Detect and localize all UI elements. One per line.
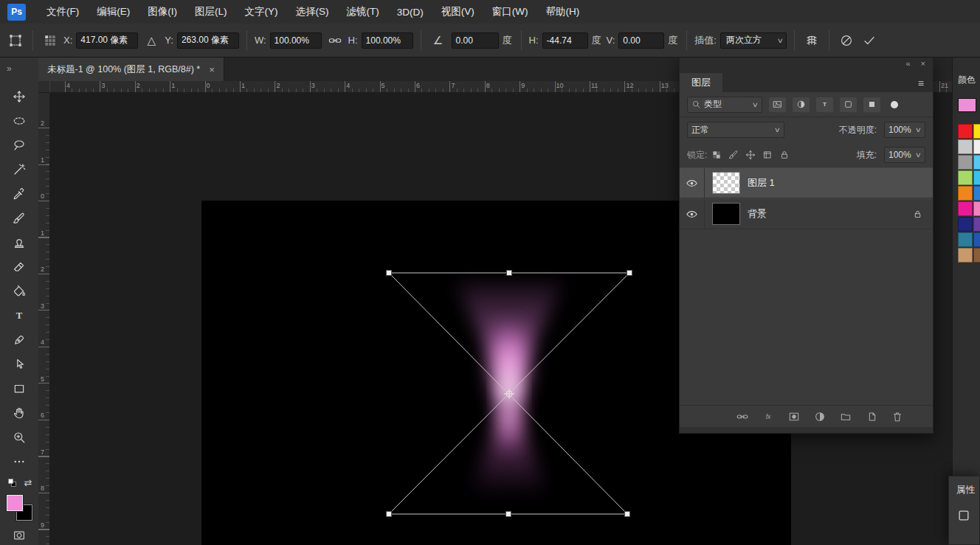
y-input[interactable]: 263.00 像素 xyxy=(177,32,239,49)
filter-adjustment-layers-button[interactable] xyxy=(793,97,810,112)
relative-position-toggle[interactable]: △ xyxy=(142,31,161,50)
menu-item-image[interactable]: 图像(I) xyxy=(139,1,186,22)
warp-mode-button[interactable] xyxy=(802,31,821,50)
blend-mode-select[interactable]: 正常 ∨ xyxy=(687,122,784,138)
new-layer-button[interactable] xyxy=(866,411,877,423)
collapse-tools-icon[interactable]: » xyxy=(0,60,18,78)
interpolation-select[interactable]: 两次立方 ∨ xyxy=(720,32,787,49)
marquee-tool[interactable] xyxy=(7,108,32,133)
eyedropper-tool[interactable] xyxy=(7,181,32,206)
layer-style-button[interactable]: fx xyxy=(762,411,774,423)
move-tool[interactable] xyxy=(7,84,32,108)
opacity-input[interactable]: 100% ∨ xyxy=(884,122,925,138)
panel-menu-icon[interactable]: ≡ xyxy=(918,77,933,92)
edit-toolbar-button[interactable] xyxy=(7,449,32,473)
adjustment-layer-button[interactable] xyxy=(814,411,826,423)
collapse-panel-icon[interactable]: « xyxy=(905,59,910,68)
color-swatch[interactable] xyxy=(973,139,980,154)
link-layers-button[interactable] xyxy=(736,411,748,423)
menu-item-type[interactable]: 文字(Y) xyxy=(236,1,287,22)
lock-transparency-icon[interactable] xyxy=(711,150,722,160)
menu-item-view[interactable]: 视图(V) xyxy=(432,1,483,22)
color-swatch[interactable] xyxy=(958,232,973,247)
color-swatch[interactable] xyxy=(973,201,980,216)
color-swatch[interactable] xyxy=(958,155,973,170)
filter-type-layers-button[interactable]: T xyxy=(816,97,833,112)
delete-layer-button[interactable] xyxy=(891,411,903,423)
color-swatch[interactable] xyxy=(973,217,980,232)
color-swatch[interactable] xyxy=(973,124,980,139)
filtering-toggle[interactable] xyxy=(891,101,898,108)
color-swatch[interactable] xyxy=(958,139,973,154)
height-input[interactable]: 100.00% xyxy=(362,32,413,49)
filter-type-select[interactable]: 类型 ∨ xyxy=(687,97,762,113)
layer-name[interactable]: 背景 xyxy=(748,207,767,221)
swap-colors-icon[interactable]: ⇄ xyxy=(24,477,32,488)
document-tab[interactable]: 未标题-1 @ 100% (图层 1, RGB/8#) * × xyxy=(38,58,224,81)
color-swatch[interactable] xyxy=(958,201,973,216)
menu-item-select[interactable]: 选择(S) xyxy=(287,1,338,22)
menu-item-help[interactable]: 帮助(H) xyxy=(536,1,588,22)
layer-visibility-toggle[interactable] xyxy=(680,199,705,229)
menu-item-layer[interactable]: 图层(L) xyxy=(186,1,236,22)
gradient-tool[interactable] xyxy=(7,279,32,303)
filter-shape-layers-button[interactable] xyxy=(840,97,857,112)
color-swatch[interactable] xyxy=(973,170,980,185)
width-input[interactable]: 100.00% xyxy=(270,32,322,49)
color-swatch[interactable] xyxy=(958,170,973,185)
layer-thumbnail[interactable] xyxy=(712,172,740,194)
lock-position-icon[interactable] xyxy=(745,150,756,160)
vskew-input[interactable]: 0.00 xyxy=(618,32,664,49)
menu-item-filter[interactable]: 滤镜(T) xyxy=(338,1,388,22)
color-swatch[interactable] xyxy=(958,217,973,232)
layer-name[interactable]: 图层 1 xyxy=(748,176,775,190)
menu-item-file[interactable]: 文件(F) xyxy=(38,1,88,22)
pen-tool[interactable] xyxy=(7,327,32,352)
color-swatch[interactable] xyxy=(973,186,980,201)
layer-row-background[interactable]: 背景 xyxy=(680,198,933,229)
quick-selection-tool[interactable] xyxy=(7,157,32,181)
properties-panel-title[interactable]: 属性 xyxy=(956,484,979,496)
new-group-button[interactable] xyxy=(840,411,852,423)
add-mask-button[interactable] xyxy=(788,411,800,423)
path-select-tool[interactable] xyxy=(7,352,32,376)
color-swatch[interactable] xyxy=(958,248,973,263)
layer-row-layer1[interactable]: 图层 1 xyxy=(680,167,933,198)
default-colors-icon[interactable] xyxy=(7,477,18,488)
reference-point-locator[interactable] xyxy=(41,31,60,50)
lock-all-icon[interactable] xyxy=(779,150,790,160)
lock-pixels-icon[interactable] xyxy=(728,150,739,160)
filter-smart-objects-button[interactable] xyxy=(863,97,880,112)
fill-input[interactable]: 100% ∨ xyxy=(884,147,925,163)
type-tool[interactable]: T xyxy=(7,303,32,327)
shape-tool[interactable] xyxy=(7,376,32,400)
filter-pixel-layers-button[interactable] xyxy=(769,97,786,112)
commit-transform-button[interactable] xyxy=(860,31,879,50)
color-swatch[interactable] xyxy=(973,155,980,170)
close-tab-icon[interactable]: × xyxy=(209,64,215,75)
tab-layers[interactable]: 图层 xyxy=(680,73,722,92)
hskew-input[interactable]: -44.74 xyxy=(542,32,588,49)
close-panel-icon[interactable]: × xyxy=(921,59,925,68)
current-color-swatch[interactable] xyxy=(958,98,976,112)
menu-item-3d[interactable]: 3D(D) xyxy=(388,3,432,21)
color-swatch[interactable] xyxy=(958,186,973,201)
color-swatch[interactable] xyxy=(973,248,980,263)
lasso-tool[interactable] xyxy=(7,133,32,157)
eraser-tool[interactable] xyxy=(7,254,32,279)
rotation-input[interactable]: 0.00 xyxy=(452,32,499,49)
panel-resize-strip[interactable] xyxy=(680,427,933,433)
layer-thumbnail[interactable] xyxy=(712,203,740,225)
cancel-transform-button[interactable] xyxy=(837,31,856,50)
color-swatch[interactable] xyxy=(958,124,973,139)
color-panel-title[interactable]: 颜色 xyxy=(958,74,980,86)
layer-visibility-toggle[interactable] xyxy=(680,168,705,198)
ruler-vertical[interactable]: 210123456789 xyxy=(38,93,50,545)
menu-item-window[interactable]: 窗口(W) xyxy=(483,1,537,22)
zoom-tool[interactable] xyxy=(7,425,32,449)
color-swatch[interactable] xyxy=(973,232,980,247)
clone-stamp-tool[interactable] xyxy=(7,230,32,254)
maintain-aspect-icon[interactable] xyxy=(325,31,345,50)
foreground-color-swatch[interactable] xyxy=(7,495,23,511)
photoshop-logo[interactable]: Ps xyxy=(7,4,26,21)
